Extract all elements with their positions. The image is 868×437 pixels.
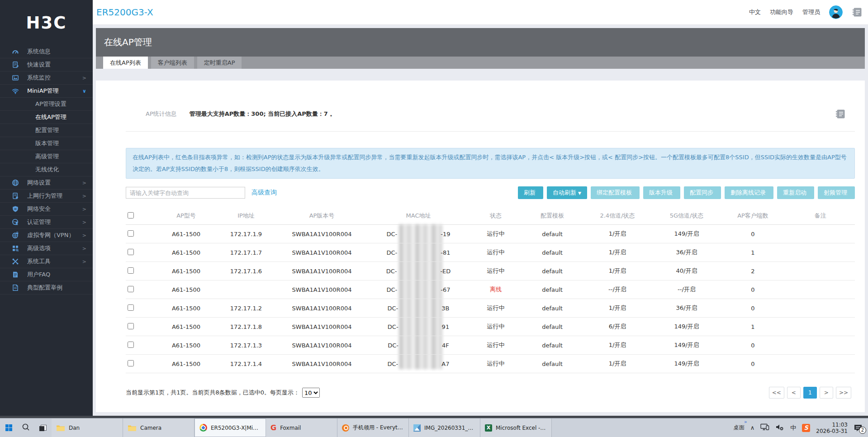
cell-mac: DC--19: [368, 231, 469, 238]
tab[interactable]: 在线AP列表: [103, 57, 148, 69]
foxmail-icon: G: [270, 424, 276, 432]
volume-muted-icon[interactable]: [775, 423, 784, 432]
cell-model: A61-1500: [156, 268, 217, 275]
taskbar-item-dan[interactable]: Dan: [52, 418, 123, 437]
sidebar-item-quick-setup[interactable]: 快速设置: [0, 58, 93, 71]
cell-ip: 172.17.1.6: [217, 268, 275, 275]
wizard-link[interactable]: 功能向导: [770, 8, 793, 16]
language-link[interactable]: 中文: [749, 8, 761, 16]
toolbar-button[interactable]: 版本升级: [643, 186, 680, 199]
cell-model: A61-1500: [156, 305, 217, 312]
start-button[interactable]: [0, 418, 17, 437]
screen: H3C 系统信息 快速设置 系统监控 > MiniAP管理 ∨ AP管理设置 在…: [0, 0, 868, 437]
sidebar-item-network-security[interactable]: 网络安全 >: [0, 203, 93, 216]
cell-model: A61-1500: [156, 249, 217, 256]
taskbar-item-camera[interactable]: Camera: [123, 418, 194, 437]
toolbar-button[interactable]: 配置同步: [684, 186, 721, 199]
sidebar-item-version-mgmt[interactable]: 版本管理: [0, 137, 93, 150]
tray-expand-icon[interactable]: ∧: [750, 424, 755, 431]
desktop-toolbar[interactable]: »桌面: [734, 424, 745, 432]
sidebar-item-system-info[interactable]: 系统信息: [0, 45, 93, 58]
operation-log-icon[interactable]: [852, 7, 863, 18]
sidebar-item-behavior-mgmt[interactable]: 上网行为管理 >: [0, 190, 93, 203]
cell-mac: DC--ED: [368, 268, 469, 275]
cell-model: A61-1500: [156, 231, 217, 238]
sidebar-item-ap-settings[interactable]: AP管理设置: [0, 98, 93, 111]
chevron-right-icon: >: [82, 259, 86, 265]
row-checkbox[interactable]: [128, 249, 134, 255]
toolbar: 高级查询 刷新自动刷新▼绑定配置模板版本升级配置同步删除离线记录重新启动射频管理: [126, 186, 855, 199]
last-page-button[interactable]: >>: [836, 387, 851, 399]
col-header-ch5: 5G信道/状态: [653, 212, 720, 220]
cell-version: SWBA1A1V100R004: [275, 342, 368, 349]
current-page-button[interactable]: 1: [803, 387, 817, 399]
sidebar-item-network-settings[interactable]: 网络设置 >: [0, 176, 93, 190]
cell-mac: DC--67: [368, 286, 469, 293]
pager-buttons: << < 1 > >>: [769, 387, 851, 399]
first-page-button[interactable]: <<: [769, 387, 784, 399]
sidebar-item-label: 用户FAQ: [27, 271, 86, 279]
admin-user-link[interactable]: 管理员: [802, 8, 820, 16]
pagination: 当前显示第1页，共1页。当前页共8条数据，已选中0。每页显示： 10 << < …: [126, 387, 855, 399]
toolbar-button[interactable]: 重新启动: [777, 186, 814, 199]
page-size-select[interactable]: 10: [302, 388, 320, 398]
cell-template: default: [523, 323, 582, 330]
tab-label: 在线AP列表: [110, 59, 141, 66]
chevron-right-icon: >: [82, 233, 86, 238]
sidebar-item-miniap[interactable]: MiniAP管理 ∨: [0, 85, 93, 98]
operation-log-icon[interactable]: [835, 109, 846, 119]
avatar[interactable]: [829, 5, 843, 19]
toolbar-button[interactable]: 绑定配置模板: [591, 186, 640, 199]
row-checkbox[interactable]: [128, 230, 134, 237]
sidebar-item-vpn[interactable]: 虚拟专网（VPN） >: [0, 229, 93, 242]
toolbar-button[interactable]: 刷新: [518, 186, 543, 199]
col-header-model: AP型号: [156, 212, 217, 220]
next-page-button[interactable]: >: [820, 387, 833, 399]
toolbar-button[interactable]: 自动刷新▼: [547, 186, 587, 199]
chevron-right-icon: >: [82, 246, 86, 252]
tab[interactable]: 定时重启AP: [197, 57, 242, 69]
prev-page-button[interactable]: <: [787, 387, 801, 399]
sidebar-item-system-tools[interactable]: 系统工具 >: [0, 255, 93, 268]
row-checkbox[interactable]: [128, 323, 134, 329]
sidebar-item-label: MiniAP管理: [27, 87, 82, 95]
row-checkbox[interactable]: [128, 342, 134, 348]
sidebar-item-advanced-mgmt[interactable]: 高级管理: [0, 150, 93, 163]
tab[interactable]: 客户端列表: [151, 57, 194, 69]
table-row: A61-1500 172.17.1.8 SWBA1A1V100R004 DC-9…: [126, 318, 855, 336]
sidebar-item-online-ap[interactable]: 在线AP管理: [0, 111, 93, 124]
sogou-input-icon[interactable]: [802, 424, 810, 432]
sidebar-item-system-monitor[interactable]: 系统监控 >: [0, 71, 93, 85]
search-input[interactable]: [126, 187, 245, 199]
row-checkbox[interactable]: [128, 286, 134, 292]
row-checkbox[interactable]: [128, 267, 134, 274]
taskbar-item-image-viewer[interactable]: IMG_20260331_0...: [409, 418, 480, 437]
toolbar-button[interactable]: 删除离线记录: [725, 186, 773, 199]
sidebar-item-config-mgmt[interactable]: 配置管理: [0, 124, 93, 137]
ime-indicator[interactable]: 中: [790, 424, 796, 432]
sidebar-item-advanced-options[interactable]: 高级选项 >: [0, 242, 93, 255]
toolbar-button[interactable]: 射频管理: [818, 186, 855, 199]
select-all-checkbox[interactable]: [128, 212, 134, 218]
row-checkbox[interactable]: [128, 304, 134, 311]
tray-date: 2026-03-31: [816, 428, 848, 434]
taskbar-item-everything[interactable]: 手机领用 - Everyth...: [337, 418, 409, 437]
network-display-icon[interactable]: [760, 423, 769, 432]
sidebar-item-wireless-opt[interactable]: 无线优化: [0, 163, 93, 176]
sidebar-item-config-examples[interactable]: 典型配置举例: [0, 281, 93, 294]
col-header-status: 状态: [469, 212, 523, 220]
taskbar-item-excel[interactable]: Microsoft Excel - ...: [480, 418, 552, 437]
row-checkbox[interactable]: [128, 360, 134, 366]
col-header-ch24: 2.4信道/状态: [582, 212, 653, 220]
sidebar-item-auth-mgmt[interactable]: 认证管理 >: [0, 216, 93, 229]
taskbar-item-foxmail[interactable]: G Foxmail: [266, 418, 337, 437]
taskbar-search-button[interactable]: [17, 418, 34, 437]
task-view-button[interactable]: [34, 418, 52, 437]
taskbar-item-browser[interactable]: ER5200G3-X|Mini...: [194, 418, 266, 437]
clock[interactable]: 11:03 2026-03-31: [816, 422, 848, 434]
notification-center-icon[interactable]: 2: [854, 424, 863, 432]
ap-stats-value: 管理最大支持AP数量：300; 当前已接入AP数量：7 。: [190, 110, 336, 118]
advanced-search-link[interactable]: 高级查询: [251, 189, 277, 197]
sidebar-item-label: AP管理设置: [35, 100, 86, 108]
sidebar-item-user-faq[interactable]: 用户FAQ: [0, 268, 93, 281]
